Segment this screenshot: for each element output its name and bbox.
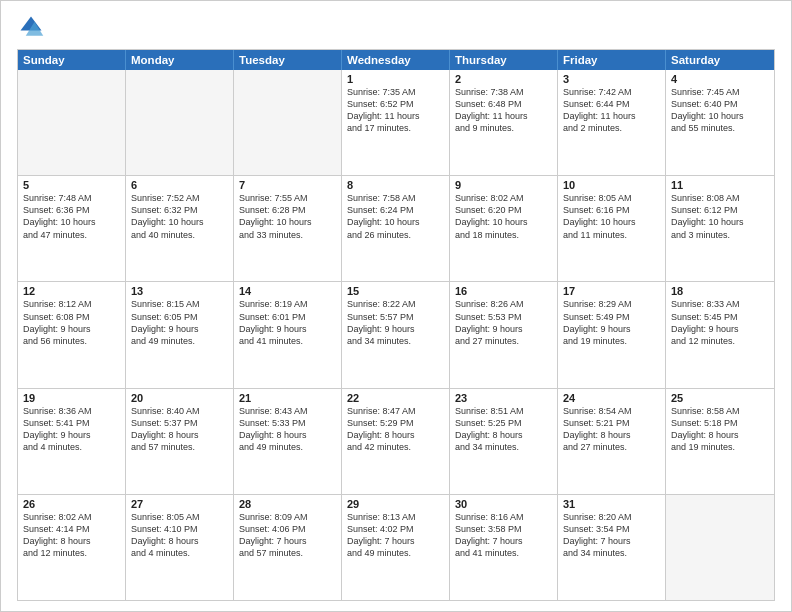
day-cell-16: 16Sunrise: 8:26 AM Sunset: 5:53 PM Dayli…	[450, 282, 558, 387]
day-cell-23: 23Sunrise: 8:51 AM Sunset: 5:25 PM Dayli…	[450, 389, 558, 494]
calendar-row-2: 5Sunrise: 7:48 AM Sunset: 6:36 PM Daylig…	[18, 175, 774, 281]
day-details: Sunrise: 8:22 AM Sunset: 5:57 PM Dayligh…	[347, 298, 444, 347]
day-cell-20: 20Sunrise: 8:40 AM Sunset: 5:37 PM Dayli…	[126, 389, 234, 494]
day-number: 4	[671, 73, 769, 85]
day-cell-18: 18Sunrise: 8:33 AM Sunset: 5:45 PM Dayli…	[666, 282, 774, 387]
day-number: 3	[563, 73, 660, 85]
calendar: SundayMondayTuesdayWednesdayThursdayFrid…	[17, 49, 775, 601]
day-cell-30: 30Sunrise: 8:16 AM Sunset: 3:58 PM Dayli…	[450, 495, 558, 600]
day-details: Sunrise: 8:51 AM Sunset: 5:25 PM Dayligh…	[455, 405, 552, 454]
header-day-thursday: Thursday	[450, 50, 558, 70]
day-details: Sunrise: 8:05 AM Sunset: 4:10 PM Dayligh…	[131, 511, 228, 560]
day-cell-27: 27Sunrise: 8:05 AM Sunset: 4:10 PM Dayli…	[126, 495, 234, 600]
calendar-row-4: 19Sunrise: 8:36 AM Sunset: 5:41 PM Dayli…	[18, 388, 774, 494]
day-number: 9	[455, 179, 552, 191]
calendar-row-1: 1Sunrise: 7:35 AM Sunset: 6:52 PM Daylig…	[18, 70, 774, 175]
day-number: 30	[455, 498, 552, 510]
day-cell-12: 12Sunrise: 8:12 AM Sunset: 6:08 PM Dayli…	[18, 282, 126, 387]
day-details: Sunrise: 7:35 AM Sunset: 6:52 PM Dayligh…	[347, 86, 444, 135]
empty-cell	[666, 495, 774, 600]
day-details: Sunrise: 8:43 AM Sunset: 5:33 PM Dayligh…	[239, 405, 336, 454]
page: SundayMondayTuesdayWednesdayThursdayFrid…	[0, 0, 792, 612]
day-number: 6	[131, 179, 228, 191]
day-number: 17	[563, 285, 660, 297]
day-cell-7: 7Sunrise: 7:55 AM Sunset: 6:28 PM Daylig…	[234, 176, 342, 281]
day-details: Sunrise: 7:58 AM Sunset: 6:24 PM Dayligh…	[347, 192, 444, 241]
day-number: 15	[347, 285, 444, 297]
calendar-body: 1Sunrise: 7:35 AM Sunset: 6:52 PM Daylig…	[18, 70, 774, 600]
calendar-row-3: 12Sunrise: 8:12 AM Sunset: 6:08 PM Dayli…	[18, 281, 774, 387]
day-cell-17: 17Sunrise: 8:29 AM Sunset: 5:49 PM Dayli…	[558, 282, 666, 387]
day-cell-14: 14Sunrise: 8:19 AM Sunset: 6:01 PM Dayli…	[234, 282, 342, 387]
day-number: 28	[239, 498, 336, 510]
day-cell-2: 2Sunrise: 7:38 AM Sunset: 6:48 PM Daylig…	[450, 70, 558, 175]
day-cell-3: 3Sunrise: 7:42 AM Sunset: 6:44 PM Daylig…	[558, 70, 666, 175]
day-number: 12	[23, 285, 120, 297]
day-cell-25: 25Sunrise: 8:58 AM Sunset: 5:18 PM Dayli…	[666, 389, 774, 494]
day-cell-19: 19Sunrise: 8:36 AM Sunset: 5:41 PM Dayli…	[18, 389, 126, 494]
day-details: Sunrise: 7:52 AM Sunset: 6:32 PM Dayligh…	[131, 192, 228, 241]
day-cell-24: 24Sunrise: 8:54 AM Sunset: 5:21 PM Dayli…	[558, 389, 666, 494]
day-number: 27	[131, 498, 228, 510]
day-details: Sunrise: 8:54 AM Sunset: 5:21 PM Dayligh…	[563, 405, 660, 454]
header-day-saturday: Saturday	[666, 50, 774, 70]
day-details: Sunrise: 8:15 AM Sunset: 6:05 PM Dayligh…	[131, 298, 228, 347]
day-number: 10	[563, 179, 660, 191]
day-details: Sunrise: 8:08 AM Sunset: 6:12 PM Dayligh…	[671, 192, 769, 241]
day-details: Sunrise: 8:58 AM Sunset: 5:18 PM Dayligh…	[671, 405, 769, 454]
day-number: 18	[671, 285, 769, 297]
day-number: 14	[239, 285, 336, 297]
day-number: 5	[23, 179, 120, 191]
day-details: Sunrise: 7:45 AM Sunset: 6:40 PM Dayligh…	[671, 86, 769, 135]
day-cell-5: 5Sunrise: 7:48 AM Sunset: 6:36 PM Daylig…	[18, 176, 126, 281]
day-details: Sunrise: 8:20 AM Sunset: 3:54 PM Dayligh…	[563, 511, 660, 560]
day-details: Sunrise: 8:33 AM Sunset: 5:45 PM Dayligh…	[671, 298, 769, 347]
day-number: 31	[563, 498, 660, 510]
header-day-friday: Friday	[558, 50, 666, 70]
day-number: 8	[347, 179, 444, 191]
day-cell-15: 15Sunrise: 8:22 AM Sunset: 5:57 PM Dayli…	[342, 282, 450, 387]
header-day-monday: Monday	[126, 50, 234, 70]
day-details: Sunrise: 8:26 AM Sunset: 5:53 PM Dayligh…	[455, 298, 552, 347]
header-day-sunday: Sunday	[18, 50, 126, 70]
day-details: Sunrise: 8:02 AM Sunset: 4:14 PM Dayligh…	[23, 511, 120, 560]
day-details: Sunrise: 7:48 AM Sunset: 6:36 PM Dayligh…	[23, 192, 120, 241]
day-number: 7	[239, 179, 336, 191]
day-cell-28: 28Sunrise: 8:09 AM Sunset: 4:06 PM Dayli…	[234, 495, 342, 600]
day-cell-8: 8Sunrise: 7:58 AM Sunset: 6:24 PM Daylig…	[342, 176, 450, 281]
day-details: Sunrise: 8:02 AM Sunset: 6:20 PM Dayligh…	[455, 192, 552, 241]
day-number: 23	[455, 392, 552, 404]
day-cell-21: 21Sunrise: 8:43 AM Sunset: 5:33 PM Dayli…	[234, 389, 342, 494]
day-details: Sunrise: 7:38 AM Sunset: 6:48 PM Dayligh…	[455, 86, 552, 135]
day-details: Sunrise: 7:55 AM Sunset: 6:28 PM Dayligh…	[239, 192, 336, 241]
empty-cell	[126, 70, 234, 175]
day-details: Sunrise: 7:42 AM Sunset: 6:44 PM Dayligh…	[563, 86, 660, 135]
day-details: Sunrise: 8:12 AM Sunset: 6:08 PM Dayligh…	[23, 298, 120, 347]
day-details: Sunrise: 8:19 AM Sunset: 6:01 PM Dayligh…	[239, 298, 336, 347]
day-details: Sunrise: 8:40 AM Sunset: 5:37 PM Dayligh…	[131, 405, 228, 454]
day-details: Sunrise: 8:13 AM Sunset: 4:02 PM Dayligh…	[347, 511, 444, 560]
day-cell-4: 4Sunrise: 7:45 AM Sunset: 6:40 PM Daylig…	[666, 70, 774, 175]
day-details: Sunrise: 8:16 AM Sunset: 3:58 PM Dayligh…	[455, 511, 552, 560]
day-cell-22: 22Sunrise: 8:47 AM Sunset: 5:29 PM Dayli…	[342, 389, 450, 494]
day-number: 29	[347, 498, 444, 510]
day-details: Sunrise: 8:47 AM Sunset: 5:29 PM Dayligh…	[347, 405, 444, 454]
day-number: 13	[131, 285, 228, 297]
logo-icon	[17, 13, 45, 41]
day-number: 25	[671, 392, 769, 404]
day-cell-10: 10Sunrise: 8:05 AM Sunset: 6:16 PM Dayli…	[558, 176, 666, 281]
day-number: 26	[23, 498, 120, 510]
calendar-row-5: 26Sunrise: 8:02 AM Sunset: 4:14 PM Dayli…	[18, 494, 774, 600]
day-cell-31: 31Sunrise: 8:20 AM Sunset: 3:54 PM Dayli…	[558, 495, 666, 600]
day-details: Sunrise: 8:09 AM Sunset: 4:06 PM Dayligh…	[239, 511, 336, 560]
day-number: 11	[671, 179, 769, 191]
day-number: 2	[455, 73, 552, 85]
day-number: 21	[239, 392, 336, 404]
day-cell-1: 1Sunrise: 7:35 AM Sunset: 6:52 PM Daylig…	[342, 70, 450, 175]
day-number: 22	[347, 392, 444, 404]
day-number: 20	[131, 392, 228, 404]
day-details: Sunrise: 8:36 AM Sunset: 5:41 PM Dayligh…	[23, 405, 120, 454]
day-cell-9: 9Sunrise: 8:02 AM Sunset: 6:20 PM Daylig…	[450, 176, 558, 281]
day-cell-29: 29Sunrise: 8:13 AM Sunset: 4:02 PM Dayli…	[342, 495, 450, 600]
day-cell-6: 6Sunrise: 7:52 AM Sunset: 6:32 PM Daylig…	[126, 176, 234, 281]
